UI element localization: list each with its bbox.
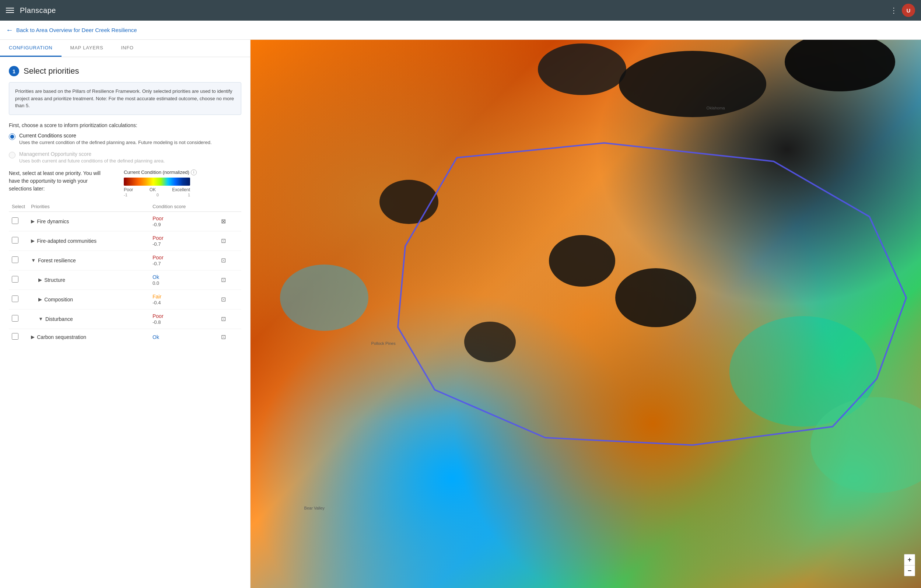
score-value: -0.7 (153, 241, 161, 247)
map-layer-icon[interactable]: ⊡ (219, 236, 228, 245)
legend-area: Current Condition (normalized) i Poor OK… (124, 169, 241, 197)
main-layout: CONFIGURATION MAP LAYERS INFO 1 Select p… (0, 40, 921, 588)
step-badge: 1 (9, 66, 19, 76)
legend-labels: Poor OK Excellent (124, 187, 190, 192)
col-condition: Condition score (150, 202, 216, 212)
radio-management-opportunity: Management Opportunity score Uses both c… (9, 151, 241, 165)
checkbox-disturbance[interactable] (12, 315, 18, 322)
zoom-in-button[interactable]: + (904, 554, 915, 565)
priority-forest-resilience[interactable]: ▼ Forest resilience (31, 257, 146, 264)
tab-info[interactable]: INFO (112, 40, 142, 57)
legend-label-ok: OK (150, 187, 156, 192)
info-text: Priorities are based on the Pillars of R… (15, 88, 234, 108)
priority-composition[interactable]: ▶ Composition (31, 296, 146, 303)
priority-label: Next, select at least one priority. You … (9, 169, 112, 193)
legend-info-icon[interactable]: i (191, 169, 197, 175)
score-value: 0.0 (153, 280, 159, 286)
score-label: Ok (153, 334, 159, 340)
back-button[interactable]: ← Back to Area Overview for Deer Creek R… (6, 26, 137, 34)
priority-name-text: Structure (44, 277, 65, 283)
radio-current-conditions-input[interactable] (9, 134, 15, 140)
checkbox-fire-adapted[interactable] (12, 237, 18, 244)
legend-gradient (124, 178, 190, 186)
radio-management-opportunity-input[interactable] (9, 152, 15, 158)
radio-current-conditions-content: Current Conditions score Uses the curren… (19, 133, 212, 146)
back-label: Back to Area Overview for Deer Creek Res… (16, 27, 137, 33)
priority-name-text: Forest resilience (38, 257, 76, 264)
priority-table: Select Priorities Condition score ▶ Fir (9, 202, 241, 345)
radio-management-opportunity-label: Management Opportunity score (19, 151, 165, 157)
score-value: -0.8 (153, 319, 161, 325)
map-layer-icon[interactable]: ⊡ (219, 333, 228, 342)
table-row: ▶ Structure Ok 0.0 ⊡ (9, 270, 241, 290)
map-layer-icon[interactable]: ⊡ (219, 314, 228, 324)
app-bar: Planscape ⋮ U (0, 0, 921, 21)
score-label: Ok (153, 274, 159, 280)
legend-sublabel-0: 0 (156, 193, 159, 197)
radio-management-opportunity-desc: Uses both current and future conditions … (19, 158, 165, 165)
score-label: Poor (153, 235, 164, 241)
table-row: ▶ Fire dynamics Poor -0.9 ⊠ (9, 212, 241, 231)
section-heading: 1 Select priorities (9, 66, 241, 76)
tab-map-layers[interactable]: MAP LAYERS (62, 40, 112, 57)
score-value: -0.4 (153, 300, 161, 305)
priority-name-text: Disturbance (45, 316, 73, 322)
radio-management-opportunity-content: Management Opportunity score Uses both c… (19, 151, 165, 165)
map-layer-icon[interactable]: ⊡ (219, 295, 228, 304)
radio-current-conditions: Current Conditions score Uses the curren… (9, 133, 241, 146)
priority-fire-adapted[interactable]: ▶ Fire-adapted communities (31, 238, 146, 244)
tab-configuration[interactable]: CONFIGURATION (0, 40, 62, 57)
avatar-initial: U (906, 7, 911, 14)
tabs-bar: CONFIGURATION MAP LAYERS INFO (0, 40, 250, 57)
legend-title: Current Condition (normalized) i (124, 169, 241, 175)
table-row: ▶ Carbon sequestration Ok ⊡ (9, 329, 241, 345)
priority-carbon[interactable]: ▶ Carbon sequestration (31, 334, 146, 340)
score-label: Fair (153, 294, 161, 300)
table-row: ▼ Disturbance Poor -0.8 ⊡ (9, 309, 241, 329)
expand-icon: ▶ (38, 296, 42, 302)
menu-icon[interactable] (6, 8, 14, 13)
score-value: -0.7 (153, 261, 161, 266)
checkbox-fire-dynamics[interactable] (12, 217, 18, 224)
table-row: ▼ Forest resilience Poor -0.7 ⊡ (9, 251, 241, 270)
score-label: Poor (153, 313, 164, 319)
app-bar-right: ⋮ U (890, 4, 915, 17)
priority-structure[interactable]: ▶ Structure (31, 277, 146, 283)
expand-icon: ▶ (31, 238, 35, 244)
priority-section: Next, select at least one priority. You … (9, 169, 241, 197)
col-select: Select (9, 202, 28, 212)
priority-name-text: Composition (44, 296, 73, 303)
panel-content: 1 Select priorities Priorities are based… (0, 57, 250, 588)
back-bar: ← Back to Area Overview for Deer Creek R… (0, 21, 921, 40)
expand-icon: ▼ (38, 316, 43, 322)
expand-icon: ▼ (31, 257, 36, 263)
score-selector-label: First, choose a score to inform prioriti… (9, 122, 241, 128)
app-title: Planscape (20, 6, 56, 15)
checkbox-carbon[interactable] (12, 333, 18, 340)
legend-title-text: Current Condition (normalized) (124, 169, 189, 175)
legend-label-excellent: Excellent (172, 187, 190, 192)
more-options-icon[interactable]: ⋮ (890, 6, 897, 15)
map-layer-icon[interactable]: ⊡ (219, 275, 228, 284)
map-background (251, 40, 921, 588)
zoom-out-button[interactable]: − (904, 565, 915, 576)
priority-disturbance[interactable]: ▼ Disturbance (31, 316, 146, 322)
table-row: ▶ Composition Fair -0.4 ⊡ (9, 290, 241, 309)
map-panel: Oklahoma Pollock Pines Bear Valley + − (251, 40, 921, 588)
checkbox-structure[interactable] (12, 276, 18, 283)
map-layer-icon[interactable]: ⊠ (219, 217, 228, 226)
priority-name-text: Fire dynamics (37, 218, 69, 224)
info-box: Priorities are based on the Pillars of R… (9, 82, 241, 115)
radio-current-conditions-desc: Uses the current condition of the define… (19, 139, 212, 146)
map-controls: + − (904, 554, 915, 576)
checkbox-forest-resilience[interactable] (12, 256, 18, 263)
expand-icon: ▶ (31, 218, 35, 224)
priority-fire-dynamics[interactable]: ▶ Fire dynamics (31, 218, 146, 224)
priority-name-text: Fire-adapted communities (37, 238, 96, 244)
checkbox-composition[interactable] (12, 295, 18, 302)
back-arrow-icon: ← (6, 26, 13, 34)
left-panel: CONFIGURATION MAP LAYERS INFO 1 Select p… (0, 40, 251, 588)
avatar[interactable]: U (902, 4, 915, 17)
map-layer-icon[interactable]: ⊡ (219, 256, 228, 265)
legend-label-poor: Poor (124, 187, 133, 192)
